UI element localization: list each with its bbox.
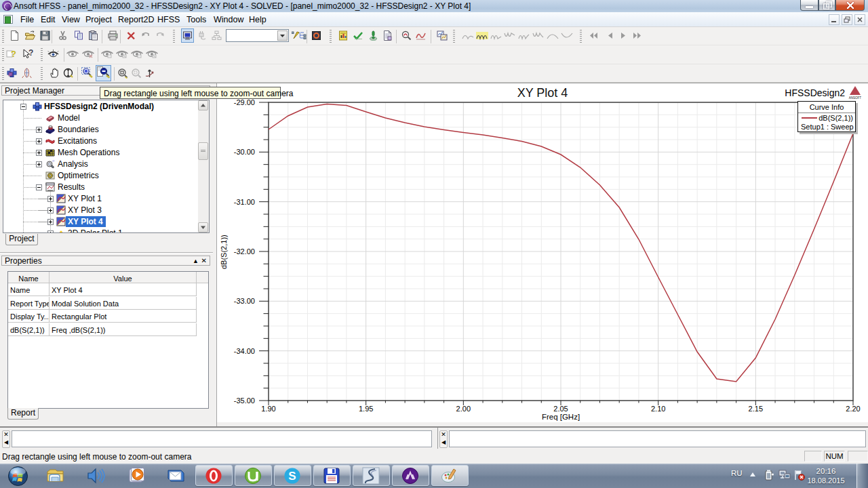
svg-text:2.05: 2.05 — [553, 405, 568, 413]
svg-text:1.95: 1.95 — [359, 405, 373, 413]
svg-text:-32.00: -32.00 — [234, 247, 255, 256]
svg-text:2.10: 2.10 — [651, 405, 665, 413]
svg-text:?: ? — [28, 48, 33, 58]
svg-text:-35.00: -35.00 — [234, 396, 255, 405]
svg-text:?: ? — [11, 49, 16, 59]
svg-text:2.15: 2.15 — [749, 405, 763, 413]
svg-text:1.90: 1.90 — [261, 405, 275, 413]
svg-text:-33.00: -33.00 — [234, 297, 255, 305]
svg-text:-34.00: -34.00 — [234, 347, 255, 355]
svg-text:-29.00: -29.00 — [234, 98, 255, 106]
svg-text:2.20: 2.20 — [846, 405, 860, 413]
svg-text:2.00: 2.00 — [456, 405, 471, 413]
svg-text:-31.00: -31.00 — [234, 198, 255, 206]
svg-text:S: S — [288, 470, 296, 483]
svg-text:-30.00: -30.00 — [234, 148, 255, 156]
